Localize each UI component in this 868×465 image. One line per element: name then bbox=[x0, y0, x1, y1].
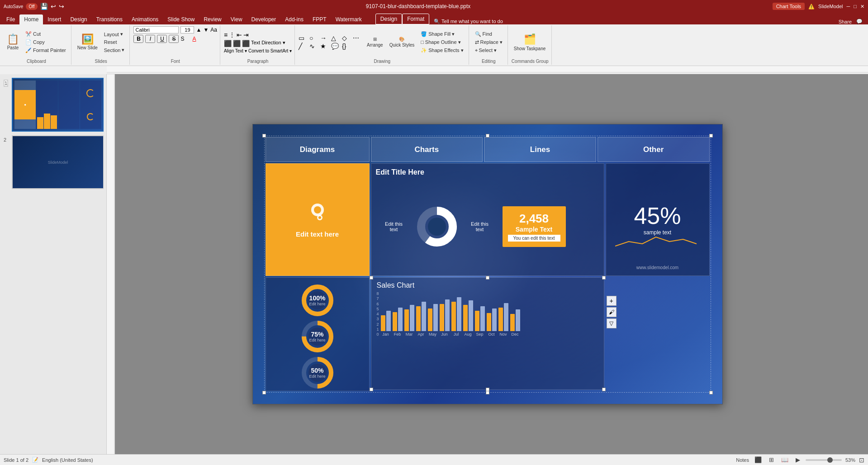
strikethrough-button[interactable]: S bbox=[169, 35, 179, 43]
shadow-btn[interactable]: S bbox=[180, 36, 190, 42]
clear-format-icon[interactable]: Aa bbox=[210, 27, 217, 33]
chart-top-cell[interactable]: Edit Title Here Edit thistext Edit thist… bbox=[371, 163, 604, 276]
tab-transitions[interactable]: Transitions bbox=[92, 14, 127, 24]
shape-callout[interactable]: 💬 bbox=[331, 43, 341, 50]
chart-add-btn[interactable]: + bbox=[607, 296, 617, 306]
replace-button[interactable]: ⇄ Replace ▾ bbox=[473, 38, 505, 46]
slide-thumb-1[interactable]: ● bbox=[12, 78, 104, 132]
handle-tl[interactable] bbox=[370, 276, 373, 280]
shape-effects-button[interactable]: ✨ Shape Effects ▾ bbox=[418, 47, 465, 54]
bullet-list-btn[interactable]: ≡ bbox=[224, 31, 228, 38]
tab-file[interactable]: File bbox=[2, 14, 19, 24]
normal-view-btn[interactable]: ⬛ bbox=[753, 456, 764, 464]
select-button[interactable]: ⌖ Select ▾ bbox=[473, 47, 505, 54]
smartart-btn[interactable]: Convert to SmartArt ▾ bbox=[248, 48, 292, 53]
shape-triangle[interactable]: △ bbox=[331, 34, 341, 42]
quick-styles-button[interactable]: 🎨 Quick Styles bbox=[387, 35, 417, 49]
slide-thumb-2[interactable]: SlideModel bbox=[12, 135, 104, 189]
text-direction-btn[interactable]: Text Direction ▾ bbox=[251, 40, 285, 47]
tell-me-input[interactable]: 🔍 Tell me what you want to do bbox=[434, 19, 503, 24]
percent-cell[interactable]: 45% sample text www.slidemodel.com bbox=[606, 163, 710, 276]
zoom-slider[interactable] bbox=[806, 459, 842, 461]
shape-star[interactable]: ★ bbox=[320, 43, 330, 50]
reset-button[interactable]: Reset bbox=[102, 38, 127, 46]
diagram-top-cell[interactable]: Edit text here bbox=[266, 163, 370, 276]
sales-chart-cell[interactable]: Sales Chart 876543210 Jan bbox=[371, 277, 604, 390]
tab-home[interactable]: Home bbox=[19, 14, 43, 24]
paste-button[interactable]: 📋 Paste bbox=[5, 33, 21, 52]
tab-view[interactable]: View bbox=[226, 14, 247, 24]
tab-chart-format[interactable]: Format bbox=[402, 14, 429, 24]
chart-style-btn[interactable]: 🖌 bbox=[607, 307, 617, 317]
section-button[interactable]: Section ▾ bbox=[102, 46, 127, 54]
handle-br[interactable] bbox=[602, 388, 606, 391]
tab-fppt[interactable]: FPPT bbox=[308, 14, 331, 24]
font-size-up[interactable]: ▲ bbox=[196, 27, 201, 33]
minimize-btn[interactable]: ─ bbox=[847, 4, 850, 9]
kpi-box[interactable]: 2,458 Sample Text You can edit this text bbox=[503, 206, 566, 247]
font-name-input[interactable] bbox=[133, 26, 179, 33]
autosave-toggle[interactable]: Off bbox=[26, 3, 37, 10]
align-center-btn[interactable]: ⬛ bbox=[233, 40, 241, 47]
outer-handle-tc[interactable] bbox=[486, 134, 489, 138]
outer-handle-br[interactable] bbox=[709, 391, 713, 394]
font-color-btn[interactable]: A bbox=[192, 36, 202, 42]
shape-curve[interactable]: ∿ bbox=[309, 43, 319, 50]
handle-bl[interactable] bbox=[370, 388, 373, 391]
notes-button[interactable]: Notes bbox=[736, 457, 749, 463]
handle-tr[interactable] bbox=[602, 276, 606, 280]
outer-handle-tl[interactable] bbox=[262, 134, 266, 138]
comments-icon[interactable]: 💬 bbox=[856, 19, 863, 24]
font-size-input[interactable] bbox=[180, 26, 194, 33]
tab-chart-design[interactable]: Design bbox=[375, 14, 402, 24]
num-list-btn[interactable]: ⋮ bbox=[229, 31, 235, 38]
shape-diamond[interactable]: ◇ bbox=[342, 34, 352, 42]
layout-button[interactable]: Layout ▾ bbox=[102, 30, 127, 38]
handle-tc[interactable] bbox=[486, 276, 489, 280]
align-left-btn[interactable]: ⬛ bbox=[224, 40, 232, 47]
find-button[interactable]: 🔍 Find bbox=[473, 30, 505, 38]
slide-canvas[interactable]: Diagrams Charts Lines Other bbox=[252, 124, 723, 404]
format-painter-button[interactable]: 🖌️ Format Painter bbox=[23, 47, 68, 54]
shape-rect[interactable]: ▭ bbox=[299, 34, 308, 42]
bold-button[interactable]: B bbox=[133, 35, 143, 43]
align-right-btn[interactable]: ⬛ bbox=[242, 40, 250, 47]
new-slide-button[interactable]: 🖼️ New Slide bbox=[75, 33, 100, 52]
align-text-btn[interactable]: Align Text ▾ bbox=[224, 48, 247, 53]
show-taskpane-button[interactable]: 🗂️ Show Taskpane bbox=[512, 32, 548, 52]
tab-animations[interactable]: Animations bbox=[127, 14, 163, 24]
other-gauges-cell[interactable]: 100% Edit here bbox=[266, 277, 370, 391]
outer-handle-bc[interactable] bbox=[486, 391, 489, 394]
tab-slideshow[interactable]: Slide Show bbox=[163, 14, 199, 24]
font-size-down[interactable]: ▼ bbox=[203, 27, 209, 33]
tab-review[interactable]: Review bbox=[199, 14, 226, 24]
slideshow-btn[interactable]: ▶ bbox=[794, 456, 802, 464]
slide-sorter-btn[interactable]: ⊞ bbox=[767, 456, 776, 464]
arrange-button[interactable]: ⊞ Arrange bbox=[365, 35, 385, 49]
zoom-thumb[interactable] bbox=[827, 457, 833, 463]
tab-addins[interactable]: Add-ins bbox=[280, 14, 308, 24]
copy-button[interactable]: 📄 Copy bbox=[23, 38, 68, 46]
shape-more[interactable]: ⋯ bbox=[353, 34, 363, 42]
redo-icon[interactable]: ↪ bbox=[59, 3, 64, 10]
tab-watermark[interactable]: Watermark bbox=[331, 14, 366, 24]
reading-view-btn[interactable]: 📖 bbox=[779, 456, 790, 464]
outdent-btn[interactable]: ⇤ bbox=[237, 31, 242, 38]
undo-icon[interactable]: ↩ bbox=[51, 3, 56, 10]
shape-arrow[interactable]: → bbox=[320, 34, 330, 42]
shape-fill-button[interactable]: 🪣 Shape Fill ▾ bbox=[418, 30, 465, 38]
maximize-btn[interactable]: □ bbox=[854, 4, 857, 9]
tab-developer[interactable]: Developer bbox=[247, 14, 281, 24]
chart-filter-btn[interactable]: ▽ bbox=[607, 318, 617, 328]
outer-handle-bl[interactable] bbox=[262, 391, 266, 394]
shape-brace[interactable]: {} bbox=[342, 43, 352, 50]
save-icon[interactable]: 💾 bbox=[40, 3, 48, 10]
close-btn[interactable]: ✕ bbox=[860, 4, 864, 9]
shape-line[interactable]: ╱ bbox=[299, 43, 308, 50]
underline-button[interactable]: U bbox=[157, 35, 167, 43]
indent-btn[interactable]: ⇥ bbox=[243, 31, 249, 38]
outer-handle-tr[interactable] bbox=[709, 134, 713, 138]
share-btn[interactable]: Share bbox=[839, 19, 852, 24]
italic-button[interactable]: I bbox=[145, 35, 155, 43]
shape-ellipse[interactable]: ○ bbox=[309, 34, 319, 42]
